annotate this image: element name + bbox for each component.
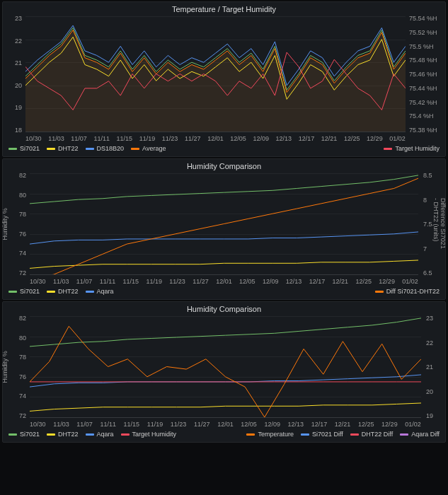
plot-area[interactable]: Humidity % 828078767472 2322212019 — [3, 315, 445, 419]
x-tick: 11/11 — [93, 135, 110, 142]
tick: 72 — [19, 412, 26, 419]
legend-swatch — [375, 291, 384, 293]
legend-swatch — [47, 433, 55, 436]
panel-title: Temperature / Target Humidity — [3, 2, 445, 15]
x-tick: 12/09 — [263, 278, 279, 285]
x-tick: 10/30 — [30, 421, 46, 428]
tick: 23 — [426, 315, 433, 322]
tick: 78 — [19, 211, 26, 218]
legend-label: Si7021 Diff — [312, 431, 343, 438]
legend-item[interactable]: Si7021 — [8, 288, 40, 295]
legend-item[interactable]: Temperature — [246, 431, 294, 438]
panel-title: Humidity Comparison — [3, 159, 445, 172]
x-tick: 11/15 — [124, 421, 140, 428]
x-tick: 11/27 — [194, 421, 210, 428]
x-tick: 12/09 — [264, 421, 280, 428]
panel-humidity-comparison-1[interactable]: Humidity Comparison Humidity % Differenc… — [2, 158, 446, 300]
y-axis-label-left: Humidity % — [1, 351, 8, 383]
legend-swatch — [8, 291, 17, 293]
x-tick: 12/17 — [309, 278, 326, 285]
legend-item[interactable]: Aqara Diff — [400, 431, 440, 438]
legend-item[interactable]: Target Humidity — [121, 431, 177, 438]
tick: 23 — [15, 15, 22, 22]
x-tick: 12/21 — [321, 135, 338, 142]
x-tick: 12/29 — [381, 421, 398, 428]
legend-item[interactable]: Average — [131, 145, 166, 152]
legend-swatch — [384, 148, 392, 150]
x-tick: 12/13 — [288, 421, 304, 428]
legend-swatch — [8, 148, 17, 150]
legend-label: DHT22 — [58, 145, 79, 152]
x-tick: 12/29 — [367, 135, 383, 142]
x-tick: 11/15 — [117, 135, 133, 142]
tick: 75.44 %H — [409, 85, 437, 92]
legend-label: Temperature — [258, 431, 294, 438]
tick: 72 — [19, 269, 26, 276]
tick: 8 — [423, 197, 427, 204]
x-tick: 12/13 — [276, 135, 292, 142]
tick: 80 — [19, 192, 26, 199]
legend-item[interactable]: Si7021 — [8, 431, 40, 438]
legend-swatch — [246, 433, 255, 436]
panel-title: Humidity Comparison — [3, 302, 445, 315]
x-tick: 11/19 — [147, 421, 163, 428]
tick: 80 — [19, 334, 26, 342]
panel-humidity-comparison-2[interactable]: Humidity Comparison Humidity % 828078767… — [2, 301, 446, 443]
legend: Si7021DHT22DS18B20AverageTarget Humidity — [3, 142, 445, 156]
y-axis-right: 2322212019 — [424, 315, 441, 419]
legend-label: Target Humidity — [395, 145, 440, 152]
panel-temp-target-humidity[interactable]: Temperature / Target Humidity 2322212019… — [2, 1, 446, 157]
legend-item[interactable]: Diff Si7021-DHT22 — [375, 288, 440, 295]
tick: 22 — [426, 339, 433, 346]
legend-item[interactable]: DHT22 — [47, 288, 79, 295]
plot-area[interactable]: Humidity % Difference SI7021 - DHT22 (un… — [3, 172, 445, 276]
legend: Si7021DHT22AqaraDiff Si7021-DHT22 — [3, 285, 445, 299]
tick: 22 — [15, 37, 22, 45]
legend-swatch — [8, 433, 17, 436]
x-tick: 12/13 — [286, 278, 302, 285]
legend-label: DHT22 — [58, 288, 79, 295]
tick: 78 — [19, 354, 26, 361]
legend-item[interactable]: DHT22 — [47, 431, 79, 438]
legend-item[interactable]: Aqara — [86, 288, 114, 295]
x-axis: 10/3011/0311/0711/1111/1511/1911/2311/27… — [3, 276, 445, 285]
tick: 20 — [426, 388, 433, 395]
plot-area[interactable]: 232221201918 75.54 %H75.52 %H75.5 %H75.4… — [3, 15, 445, 134]
series-line — [30, 403, 421, 411]
tick: 19 — [15, 104, 22, 111]
legend-item[interactable]: DS18B20 — [86, 145, 125, 152]
legend-label: DS18B20 — [97, 145, 125, 152]
x-tick: 12/17 — [311, 421, 328, 428]
x-tick: 01/02 — [405, 421, 421, 428]
tick: 74 — [19, 392, 26, 400]
x-tick: 11/03 — [53, 278, 69, 285]
legend-swatch — [301, 433, 309, 436]
tick: 75.54 %H — [409, 15, 437, 22]
series-line — [30, 318, 421, 346]
legend-item[interactable]: Aqara — [86, 431, 114, 438]
x-tick: 11/27 — [193, 278, 209, 285]
legend-item[interactable]: Si7021 Diff — [301, 431, 343, 438]
x-tick: 11/19 — [139, 135, 156, 142]
legend-label: Average — [142, 145, 166, 152]
legend-label: DHT22 Diff — [362, 431, 393, 438]
tick: 74 — [19, 250, 26, 257]
x-tick: 10/30 — [25, 135, 42, 142]
legend-label: Aqara — [97, 288, 114, 295]
x-tick: 11/11 — [100, 278, 116, 285]
legend-item[interactable]: DHT22 Diff — [350, 431, 393, 438]
x-tick: 01/02 — [402, 278, 418, 285]
legend-item[interactable]: Target Humidity — [384, 145, 440, 152]
legend-item[interactable]: DHT22 — [47, 145, 79, 152]
x-tick: 12/17 — [299, 135, 315, 142]
y-axis-right: 8.587.576.5 — [421, 172, 438, 276]
tick: 82 — [19, 172, 26, 179]
x-tick: 12/29 — [379, 278, 395, 285]
x-tick: 11/07 — [76, 278, 93, 285]
y-axis-left: 232221201918 — [6, 15, 24, 134]
y-axis-right: 75.54 %H75.52 %H75.5 %H75.48 %H75.46 %H7… — [407, 15, 442, 134]
legend-item[interactable]: Si7021 — [8, 145, 40, 152]
legend-swatch — [400, 433, 408, 436]
x-tick: 12/01 — [207, 135, 224, 142]
x-tick: 12/09 — [253, 135, 269, 142]
